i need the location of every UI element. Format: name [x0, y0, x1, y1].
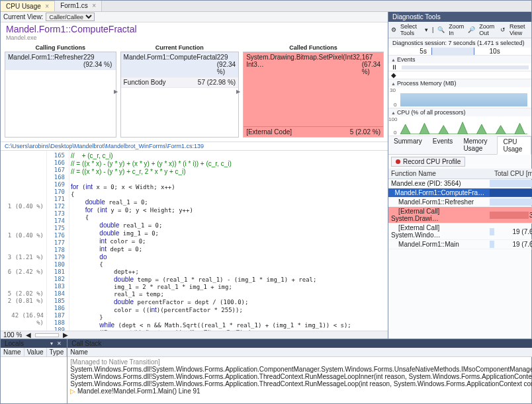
table-row[interactable]: [External Call] System.Windo… 19 (7.66 %… — [388, 223, 532, 240]
tab-form1cs[interactable]: Form1.cs × — [55, 1, 102, 11]
tab-cpu-usage[interactable]: CPU Usage × — [1, 1, 55, 11]
pause-icon: ⏸ — [391, 63, 398, 71]
memory-area — [400, 93, 527, 106]
locals-title-bar[interactable]: Locals ▾ ✕ — [1, 339, 67, 348]
table-row[interactable]: [External Call] System.Drawi… 167 (67.34… — [388, 207, 532, 223]
called-functions: Called Functions System.Drawing.Bitmap.S… — [243, 44, 384, 138]
cpu-usage-table[interactable]: Function Name Total CPU [ms, %] Mandel.e… — [388, 169, 532, 249]
table-row[interactable]: Mandel.exe (PID: 3564) 248 (100.00 %) — [388, 179, 532, 188]
diamond-icon: ◆ — [391, 71, 396, 79]
diag-tabs: Summary Events Memory Usage CPU Usage — [388, 136, 531, 155]
reset-icon[interactable]: ↺ — [500, 26, 506, 33]
zoom-out-icon[interactable]: 🔎 — [468, 26, 475, 33]
metrics-gutter: 1 (0.40 %) 1 (0.40 %) 3 (1.21 %) 6 (2.42… — [1, 151, 47, 331]
function-title: Mandel.Form1::ComputeFractal Mandel.exe — [1, 22, 388, 41]
view-label: Current View: — [3, 13, 43, 20]
function-title-text: Mandel.Form1::ComputeFractal — [6, 24, 382, 34]
col-value[interactable]: Value — [24, 348, 47, 356]
called-header: Called Functions — [243, 44, 384, 52]
code-pane[interactable]: 1 (0.40 %) 1 (0.40 %) 3 (1.21 %) 6 (2.42… — [1, 151, 388, 331]
locals-columns: Name Value Type — [1, 348, 67, 357]
arrow-icon — [114, 87, 120, 94]
calling-row[interactable]: Mandel.Form1::Refresher 229 (92.34 %) — [5, 52, 116, 70]
code-body[interactable]: // + (c_r, c_i) // = ((x * x) - (y * y) … — [69, 151, 388, 331]
timeline-ruler[interactable]: 5s 10s — [388, 48, 531, 56]
col-name[interactable]: Name — [1, 348, 24, 356]
callstack-row[interactable]: System.Windows.Forms.dll!System.Windows.… — [70, 366, 532, 373]
col-function-name[interactable]: Function Name — [388, 169, 487, 179]
select-tools[interactable]: Select Tools — [400, 23, 421, 36]
reset-view[interactable]: Reset View — [510, 23, 529, 36]
current-function: Current Function Mandel.Form1::ComputeFr… — [120, 44, 240, 138]
zoom-value: 100 % — [3, 331, 22, 339]
tab-cpu-usage[interactable]: CPU Usage — [497, 136, 531, 155]
callstack-row[interactable]: System.Windows.Forms.dll!System.Windows.… — [70, 373, 532, 380]
document-tab-bar: CPU Usage × Form1.cs × — [1, 1, 531, 12]
tab-memory-usage[interactable]: Memory Usage — [458, 136, 497, 154]
events-lane[interactable]: ◆ — [388, 71, 531, 79]
table-row[interactable]: Mandel.Form1::Refresher 229 (92.34 %) — [388, 198, 532, 207]
cpu-label[interactable]: CPU (% of all processors) — [388, 108, 531, 116]
callstack-row[interactable]: [Managed to Native Transition] — [70, 358, 532, 366]
current-header: Current Function — [120, 44, 240, 52]
callstack-body[interactable]: [Managed to Native Transition]System.Win… — [67, 357, 532, 403]
table-row[interactable]: Mandel.Form1::Main 19 (7.66 %) — [388, 240, 532, 249]
line-number-gutter: 1651661671681691701711721731741751761771… — [47, 151, 69, 331]
current-row[interactable]: Mandel.Form1::ComputeFractal 229 (92.34 … — [121, 52, 239, 77]
callstack-title-bar[interactable]: Call Stack ▾ ✕ — [67, 339, 532, 348]
events-label[interactable]: Events — [388, 56, 531, 63]
mem-label[interactable]: Process Memory (MB) — [388, 79, 531, 87]
cpu-chart[interactable]: 100 0 — [388, 116, 531, 136]
table-row[interactable]: Mandel.Form1::ComputeFra… 229 (92.34 %) — [388, 188, 532, 198]
file-path[interactable]: C:\Users\arobins\Desktop\Mandelbrot\Mand… — [1, 141, 388, 151]
view-bar: Current View: Caller/Callee — [1, 12, 388, 22]
bottom-panels: Locals ▾ ✕ Name Value Type Call Stack ▾ … — [1, 339, 531, 403]
diag-session-text: Diagnostics session: 7 seconds (1.471 s … — [388, 38, 531, 48]
diag-title: Diagnostic Tools — [388, 12, 531, 22]
callstack-columns: Name — [67, 348, 532, 357]
callstack-panel: Call Stack ▾ ✕ Name [Managed to Native T… — [67, 339, 532, 403]
tab-label: CPU Usage — [6, 3, 41, 10]
called-row[interactable]: System.Drawing.Bitmap.SetPixel(Int32, In… — [244, 52, 383, 77]
app-window: CPU Usage × Form1.cs × Current View: Cal… — [0, 0, 532, 404]
calling-row-val: 229 (92.34 %) — [83, 54, 113, 68]
col-type[interactable]: Type — [47, 348, 67, 356]
zoom-in[interactable]: Zoom In — [449, 23, 464, 36]
calling-box[interactable]: Mandel.Form1::Refresher 229 (92.34 %) — [5, 52, 116, 138]
timeline-marks: 5s 10s — [388, 48, 531, 55]
calling-row-name: Mandel.Form1::Refresher — [8, 54, 83, 68]
record-cpu-button[interactable]: Record CPU Profile — [391, 157, 465, 167]
called-external[interactable]: [External Code] 5 (2.02 %) — [244, 126, 383, 137]
locals-panel: Locals ▾ ✕ Name Value Type — [1, 339, 67, 403]
tab-events[interactable]: Events — [427, 136, 459, 154]
arrow-icon — [236, 87, 243, 94]
close-icon[interactable]: × — [45, 3, 49, 10]
zoom-status: 100 % ◀▶ — [1, 331, 388, 339]
current-row[interactable]: Function Body 57 (22.98 %) — [121, 77, 239, 88]
zoom-out[interactable]: Zoom Out — [479, 23, 496, 36]
locals-body[interactable] — [1, 357, 67, 403]
zoom-in-icon[interactable]: 🔍 — [437, 26, 445, 33]
called-box[interactable]: System.Drawing.Bitmap.SetPixel(Int32, In… — [243, 52, 384, 138]
record-icon — [396, 159, 400, 164]
col-total-cpu[interactable]: Total CPU [ms, %] — [487, 169, 532, 179]
view-select[interactable]: Caller/Callee — [46, 13, 95, 21]
callstack-row[interactable]: System.Windows.Forms.dll!System.Windows.… — [70, 380, 532, 387]
hscroll[interactable] — [35, 333, 59, 337]
tab-label: Form1.cs — [60, 2, 88, 9]
tab-summary[interactable]: Summary — [388, 136, 427, 154]
callstack-row[interactable]: Mandel.exe!Mandel.Form1.Main() Line 91 — [70, 387, 532, 395]
col-name[interactable]: Name — [67, 348, 532, 356]
diag-toolbar: ⚙ Select Tools▾ | 🔍 Zoom In 🔎 Zoom Out ↺… — [388, 22, 531, 38]
calling-functions: Calling Functions Mandel.Form1::Refreshe… — [5, 44, 116, 138]
diagnostic-tools-panel: Diagnostic Tools ⚙ Select Tools▾ | 🔍 Zoo… — [388, 12, 531, 339]
left-pane: Current View: Caller/Callee Mandel.Form1… — [1, 12, 388, 339]
panel-buttons[interactable]: ▾ ✕ — [50, 341, 63, 346]
events-segment — [402, 65, 529, 69]
memory-chart[interactable]: 30 0 — [388, 87, 531, 108]
current-box[interactable]: Mandel.Form1::ComputeFractal 229 (92.34 … — [120, 52, 240, 138]
events-lane[interactable]: ⏸ — [388, 63, 531, 71]
gear-icon[interactable]: ⚙ — [391, 26, 396, 33]
close-icon[interactable]: × — [92, 2, 96, 9]
calling-header: Calling Functions — [5, 44, 116, 52]
